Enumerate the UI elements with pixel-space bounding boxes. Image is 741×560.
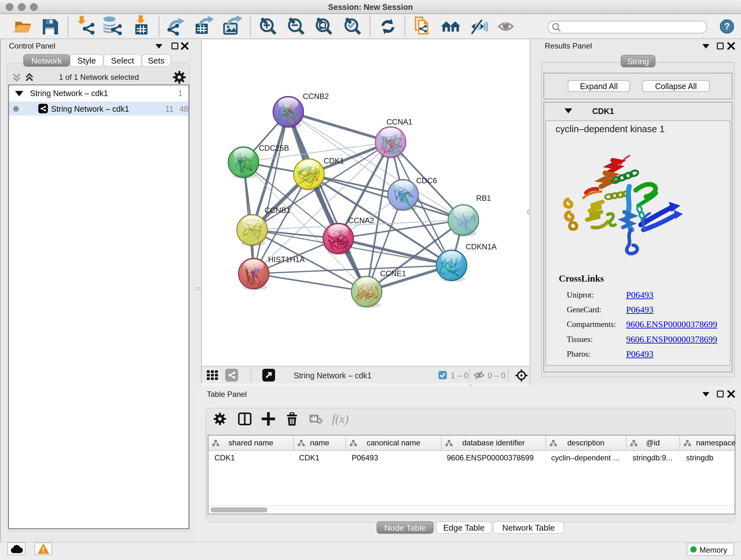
svg-text:CCNB2: CCNB2 xyxy=(303,92,329,101)
svg-text:CCNA2: CCNA2 xyxy=(348,216,374,225)
svg-text:CCNB1: CCNB1 xyxy=(265,206,290,214)
svg-text:CDKN1A: CDKN1A xyxy=(466,242,496,251)
svg-text:CCNE1: CCNE1 xyxy=(380,269,406,278)
svg-text:HIST1H1A: HIST1H1A xyxy=(268,255,305,264)
svg-text:CCNA1: CCNA1 xyxy=(387,118,412,126)
svg-text:CDK1: CDK1 xyxy=(324,157,344,165)
svg-text:RB1: RB1 xyxy=(476,194,491,202)
svg-text:CDC6: CDC6 xyxy=(416,176,437,185)
svg-text:CDC25B: CDC25B xyxy=(259,144,289,152)
svg-text:?: ? xyxy=(724,21,730,31)
